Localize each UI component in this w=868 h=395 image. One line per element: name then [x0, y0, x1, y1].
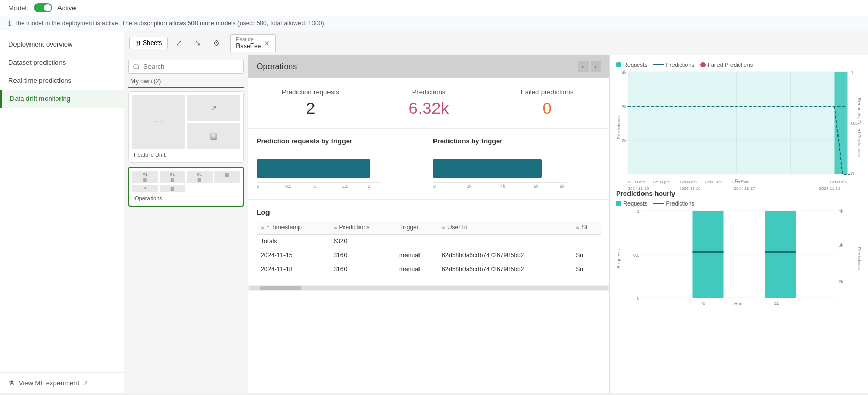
active-toggle[interactable]: [34, 3, 52, 12]
svg-text:3k: 3k: [839, 243, 844, 248]
sidebar-item-drift[interactable]: Data drift monitoring: [0, 90, 124, 108]
svg-rect-48: [693, 251, 724, 253]
ops-thumb-4: ▦: [214, 171, 240, 183]
ops-thumb-5: ✦: [132, 185, 158, 192]
predictions-bar-svg: 0 2k 4k 6k 8k: [433, 154, 567, 185]
bottom-chart-section: Predictions hourly Requests Predictions …: [616, 189, 862, 306]
y-axis-right-label: Requests, Failed Predictions: [855, 72, 862, 183]
top-bar: Model: Active: [0, 0, 868, 16]
operations-card[interactable]: #1▦ #1▦ #1▦ ▦ ✦ ▦ Operations: [128, 167, 244, 207]
svg-text:0: 0: [702, 301, 705, 306]
settings-tool-btn[interactable]: ⚙: [209, 36, 224, 50]
svg-rect-0: [257, 159, 370, 178]
col-timestamp[interactable]: ≡↑ Timestamp: [257, 221, 329, 235]
move-tool-btn[interactable]: ⤡: [190, 36, 205, 50]
sheets-icon: ⊞: [135, 39, 140, 47]
sidebar-view-ml[interactable]: ⚗ View ML experiment ↗: [0, 372, 124, 393]
sidebar-nav: Deployment overview Dataset predictions …: [0, 31, 124, 112]
bottom-y-right-label: Predictions: [855, 211, 862, 306]
flask-icon: ⚗: [8, 379, 14, 387]
svg-text:12:00 am: 12:00 am: [628, 180, 646, 184]
bottom-legend-requests: Requests: [616, 200, 647, 207]
bottom-y-left-label: Requests: [616, 211, 623, 306]
predictions-by-trigger-chart: Predictions by trigger 0 2k 4k 6k 8k: [433, 137, 601, 191]
svg-rect-47: [765, 211, 796, 298]
sidebar-item-realtime[interactable]: Real-time predictions: [0, 71, 124, 90]
y-axis-left-label: Predictions: [616, 72, 623, 183]
sidebar-item-dataset[interactable]: Dataset predictions: [0, 53, 124, 71]
svg-text:4k: 4k: [500, 184, 505, 189]
svg-text:1: 1: [313, 184, 316, 189]
svg-text:2k: 2k: [467, 184, 472, 189]
stat-f-label: Failed predictions: [493, 88, 601, 96]
ops-thumb-2: #1▦: [160, 171, 186, 183]
sheets-label: Sheets: [143, 39, 162, 47]
tab-feature-label: Feature: [236, 37, 261, 42]
svg-rect-25: [628, 72, 845, 174]
panel-next-btn[interactable]: ›: [591, 61, 601, 72]
select-tool-btn[interactable]: ⤢: [172, 36, 186, 50]
requests-bar-svg: 0 0.5 1 1.5 2: [257, 154, 381, 185]
stat-pr-value: 2: [257, 99, 365, 118]
col-predictions[interactable]: ≡Predictions: [329, 221, 395, 235]
legend-predictions-label: Predictions: [666, 62, 694, 68]
panel-prev-btn[interactable]: ‹: [578, 61, 588, 72]
scrollbar-thumb[interactable]: [260, 286, 301, 290]
svg-text:21: 21: [773, 301, 779, 306]
feature-tab[interactable]: Feature BaseFee ✕: [230, 34, 276, 52]
svg-text:0: 0: [637, 296, 639, 301]
sidebar-item-deployment[interactable]: Deployment overview: [0, 35, 124, 53]
log-section: Log ≡↑ Timestamp ≡Predictions Trigger ≡U…: [248, 200, 609, 285]
row2-timestamp: 2024-11-18: [257, 262, 329, 276]
tab-close-icon[interactable]: ✕: [264, 39, 270, 48]
svg-text:2024-11-16: 2024-11-16: [680, 186, 701, 191]
ops-thumb-1: #1▦: [132, 171, 158, 183]
table-row[interactable]: 2024-11-15 3160 manual 62d58b0a6cdb74726…: [257, 248, 601, 262]
feature-drift-card[interactable]: ·· · ↗ ▦ Feature Drift: [128, 91, 244, 163]
table-row[interactable]: 2024-11-18 3160 manual 62d58b0a6cdb74726…: [257, 262, 601, 276]
stat-pr-label: Prediction requests: [257, 88, 365, 96]
bottom-legend-predictions-label: Predictions: [666, 200, 694, 207]
totals-value: 6320: [329, 235, 395, 248]
section-label: My own (2): [128, 74, 244, 88]
svg-text:8k: 8k: [560, 184, 565, 189]
active-status: Active: [57, 4, 76, 12]
stat-f-value: 0: [493, 99, 601, 118]
svg-text:1: 1: [851, 70, 854, 75]
totals-row: Totals 6320: [257, 235, 601, 248]
row2-trigger: manual: [395, 262, 438, 276]
stat-p-label: Predictions: [375, 88, 483, 96]
legend-failed-icon: [700, 62, 706, 67]
svg-text:4k: 4k: [622, 70, 627, 75]
top-chart-container: Predictions 4k 3k: [616, 72, 862, 183]
bottom-chart-legend: Requests Predictions: [616, 200, 862, 207]
stat-predictions: Predictions 6.32k: [375, 88, 483, 118]
svg-text:0.5: 0.5: [285, 184, 292, 189]
svg-rect-49: [765, 251, 796, 253]
sheets-button[interactable]: ⊞ Sheets: [129, 37, 168, 49]
legend-failed-label: Failed Predictions: [708, 62, 753, 68]
right-panel: Requests Predictions Failed Predictions: [609, 55, 868, 393]
col-userid[interactable]: ≡User Id: [438, 221, 572, 235]
top-chart-legend: Requests Predictions Failed Predictions: [616, 62, 862, 68]
bottom-chart-svg: 1 0.5 0 4k 3k: [623, 211, 855, 299]
main-panel: Operations ‹ › Prediction requests 2 Pre…: [248, 55, 609, 393]
bottom-legend-requests-icon: [616, 201, 621, 206]
col-trigger[interactable]: Trigger: [395, 221, 438, 235]
svg-text:0: 0: [257, 184, 259, 189]
svg-text:2024-11-17: 2024-11-17: [734, 186, 755, 191]
model-label: Model:: [8, 4, 28, 12]
content-area: ⊞ Sheets ⤢ ⤡ ⚙ Feature BaseFee ✕ My own …: [124, 31, 868, 393]
stat-failed: Failed predictions 0: [493, 88, 601, 118]
bottom-legend-predictions: Predictions: [653, 200, 694, 207]
svg-text:2024-11-18: 2024-11-18: [819, 186, 841, 191]
col-status[interactable]: ≡St: [572, 221, 601, 235]
horizontal-scrollbar[interactable]: [248, 285, 609, 291]
stats-row: Prediction requests 2 Predictions 6.32k …: [248, 78, 609, 129]
bar-chart-icon: ▦: [209, 131, 217, 141]
log-table: ≡↑ Timestamp ≡Predictions Trigger ≡User …: [257, 221, 601, 276]
legend-predictions-icon: [653, 64, 664, 65]
search-input[interactable]: [128, 60, 244, 74]
bottom-chart-x-axis-label: Hour: [623, 301, 855, 306]
charts-row: Prediction requests by trigger 0 0.5 1 1…: [248, 129, 609, 200]
